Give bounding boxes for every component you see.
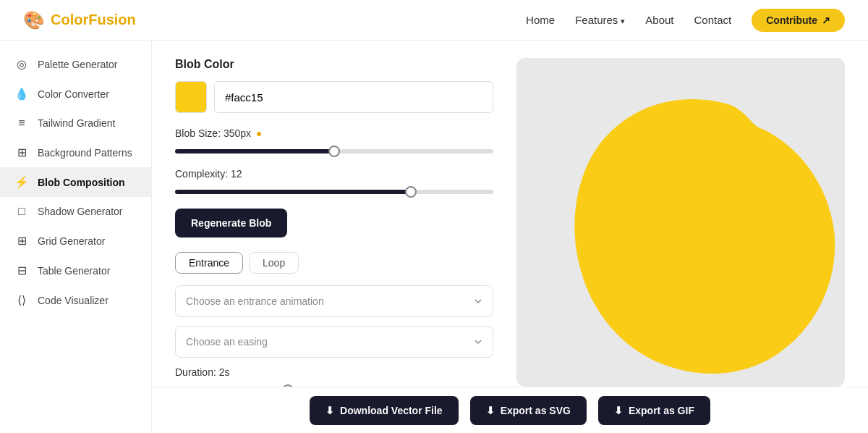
color-input[interactable] [214, 81, 493, 113]
animation-tabs: Entrance Loop [175, 252, 493, 274]
complexity-row: Complexity: 12 [175, 168, 493, 197]
duration-label: Duration: 2s [175, 366, 493, 378]
sidebar-label-code-visualizer: Code Visualizer [38, 295, 109, 306]
sidebar-label-blob-composition: Blob Composition [38, 177, 125, 188]
color-row [175, 81, 493, 113]
tab-entrance[interactable]: Entrance [175, 252, 243, 274]
header: 🎨 ColorFusion Home Features About Contac… [0, 0, 868, 41]
code-icon: ⟨⟩ [14, 293, 29, 307]
export-gif-icon: ⬇ [614, 405, 623, 416]
sidebar-label-background-patterns: Background Patterns [38, 147, 132, 159]
grid-small-icon: ⊞ [14, 146, 29, 159]
sidebar-label-shadow-generator: Shadow Generator [38, 206, 123, 217]
nav-about[interactable]: About [645, 14, 673, 26]
sidebar-label-grid-generator: Grid Generator [38, 235, 105, 247]
sidebar-item-palette-generator[interactable]: ◎ Palette Generator [0, 49, 151, 79]
tab-loop[interactable]: Loop [249, 252, 299, 274]
content-body: Blob Color Blob Size: 350px Complexity: … [152, 41, 868, 387]
export-svg-icon: ⬇ [486, 405, 495, 416]
footer-bar: ⬇ Download Vector File ⬇ Export as SVG ⬇… [152, 387, 868, 433]
logo-text: ColorFusion [51, 12, 136, 28]
sidebar-label-tailwind-gradient: Tailwind Gradient [38, 117, 115, 129]
duration-row: Duration: 2s [175, 366, 493, 387]
layers-icon: ≡ [14, 117, 29, 130]
features-chevron-icon [621, 14, 625, 26]
color-swatch[interactable] [175, 81, 207, 113]
droplet-icon: 💧 [14, 87, 29, 101]
grid-icon: ⊞ [14, 234, 29, 248]
sidebar-label-table-generator: Table Generator [38, 265, 110, 277]
sidebar: ◎ Palette Generator 💧 Color Converter ≡ … [0, 41, 152, 433]
sidebar-item-background-patterns[interactable]: ⊞ Background Patterns [0, 138, 151, 167]
sidebar-item-table-generator[interactable]: ⊟ Table Generator [0, 256, 151, 285]
complexity-slider[interactable] [175, 190, 493, 194]
square-icon: □ [14, 205, 29, 218]
nav-features[interactable]: Features [575, 14, 625, 26]
sidebar-item-blob-composition[interactable]: ⚡ Blob Composition [0, 167, 151, 197]
sidebar-label-color-converter: Color Converter [38, 88, 109, 100]
table-icon: ⊟ [14, 264, 29, 277]
sidebar-item-tailwind-gradient[interactable]: ≡ Tailwind Gradient [0, 109, 151, 138]
controls-panel: Blob Color Blob Size: 350px Complexity: … [175, 58, 493, 387]
export-svg-button[interactable]: ⬇ Export as SVG [470, 396, 587, 425]
blob-size-dot [257, 132, 261, 136]
complexity-label: Complexity: 12 [175, 168, 493, 180]
animation-select-row: Choose an entrance animation [175, 285, 493, 317]
sidebar-item-shadow-generator[interactable]: □ Shadow Generator [0, 197, 151, 226]
palette-icon: ◎ [14, 57, 29, 71]
blob-preview [516, 58, 845, 387]
blob-size-label: Blob Size: 350px [175, 127, 493, 139]
export-gif-button[interactable]: ⬇ Export as GIF [598, 396, 710, 425]
contribute-button[interactable]: Contribute ↗ [752, 9, 845, 32]
download-icon: ⬇ [326, 405, 334, 416]
blob-color-title: Blob Color [175, 58, 493, 71]
easing-select[interactable]: Choose an easing [175, 326, 493, 358]
blob-size-slider[interactable] [175, 149, 493, 154]
sidebar-item-code-visualizer[interactable]: ⟨⟩ Code Visualizer [0, 285, 151, 315]
animation-select[interactable]: Choose an entrance animation [175, 285, 493, 317]
easing-select-row: Choose an easing [175, 326, 493, 358]
main-layout: ◎ Palette Generator 💧 Color Converter ≡ … [0, 41, 868, 433]
blob-path [574, 99, 835, 374]
nav-home[interactable]: Home [526, 14, 555, 26]
logo-icon: 🎨 [23, 10, 45, 30]
content: Blob Color Blob Size: 350px Complexity: … [152, 41, 868, 433]
blob-svg [516, 58, 845, 387]
nav: Home Features About Contact Contribute ↗ [526, 9, 845, 32]
regenerate-blob-button[interactable]: Regenerate Blob [175, 209, 287, 237]
logo: 🎨 ColorFusion [23, 10, 136, 30]
bolt-icon: ⚡ [14, 175, 29, 189]
download-vector-button[interactable]: ⬇ Download Vector File [310, 396, 459, 425]
nav-contact[interactable]: Contact [694, 14, 732, 26]
sidebar-label-palette-generator: Palette Generator [38, 59, 118, 70]
external-link-icon: ↗ [822, 14, 830, 26]
sidebar-item-grid-generator[interactable]: ⊞ Grid Generator [0, 226, 151, 256]
sidebar-item-color-converter[interactable]: 💧 Color Converter [0, 79, 151, 109]
blob-size-row: Blob Size: 350px [175, 127, 493, 156]
